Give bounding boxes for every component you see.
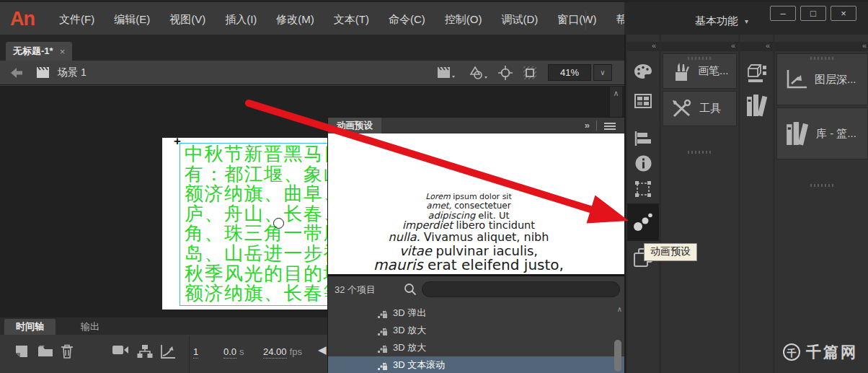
search-input[interactable] <box>422 281 620 297</box>
tab-timeline[interactable]: 时间轴 <box>4 319 56 335</box>
clip-content-icon[interactable] <box>522 65 538 81</box>
menu-modify[interactable]: 修改(M) <box>276 13 314 27</box>
collapse-dock-button[interactable]: « <box>775 42 868 51</box>
collapse-dock-button[interactable]: « <box>627 42 659 51</box>
panel-menu-icon[interactable] <box>604 123 616 124</box>
preview-line: mauris <box>373 256 423 273</box>
right-dock-sidebar: « <box>624 35 868 373</box>
document-tab-bar: 无标题-1* × <box>0 35 624 61</box>
dock-column-icons-2: « <box>740 35 773 373</box>
frame-graph-icon[interactable] <box>160 344 176 359</box>
maximize-button[interactable]: □ <box>800 6 826 21</box>
preview-line: elit. Ut <box>475 210 509 221</box>
align-icon <box>634 131 652 146</box>
document-tab[interactable]: 无标题-1* × <box>6 42 72 61</box>
animation-presets-dock-button[interactable] <box>627 203 659 241</box>
registration-crosshair: + <box>174 134 181 149</box>
menu-window[interactable]: 窗口(W) <box>557 13 596 27</box>
camera-icon[interactable] <box>112 344 129 356</box>
transform-panel-button[interactable] <box>627 180 659 198</box>
topbar-right-section: 基本功能 ▾ – □ × <box>624 2 868 37</box>
layer-depth-panel-button[interactable]: 图层深... <box>776 53 868 105</box>
preset-item-label: 3D 文本滚动 <box>393 359 445 372</box>
menu-command[interactable]: 命令(C) <box>389 13 425 27</box>
elapsed-time-field[interactable]: 0.0s <box>223 346 244 357</box>
components-panel-button[interactable] <box>740 63 773 84</box>
frame-rate-field[interactable]: 24.00fps <box>263 346 302 357</box>
color-panel-button[interactable] <box>627 63 659 79</box>
close-button[interactable]: × <box>831 6 856 21</box>
preset-item-label: 3D 弹出 <box>393 307 426 320</box>
preview-line: erat eleifend justo, <box>423 256 564 273</box>
collapse-dock-button[interactable]: « <box>740 42 773 51</box>
layer-parenting-icon[interactable] <box>137 344 153 359</box>
swatches-panel-button[interactable] <box>627 94 659 108</box>
back-arrow-icon[interactable] <box>10 67 23 79</box>
menu-debug[interactable]: 调试(D) <box>501 13 538 27</box>
center-frame-icon[interactable] <box>497 65 513 81</box>
menu-bar: An 文件(F) 编辑(E) 视图(V) 插入(I) 修改(M) 文本(T) 命… <box>0 0 868 35</box>
header-divider <box>596 120 597 131</box>
zoom-level-field[interactable]: 41% <box>548 64 591 81</box>
scene-clapper-icon <box>36 66 50 79</box>
scene-bar: 场景 1 41% ∨ <box>0 61 624 85</box>
layer-depth-icon <box>786 69 807 89</box>
watermark-logo-icon: 千 <box>783 343 800 361</box>
menu-text[interactable]: 文本(T) <box>334 13 369 27</box>
menu-insert[interactable]: 插入(I) <box>225 13 257 27</box>
new-folder-icon[interactable] <box>37 344 53 357</box>
drag-grip <box>810 57 835 60</box>
swatches-icon <box>634 94 652 108</box>
preset-item-3d-popup[interactable]: 3D 弹出 <box>328 304 624 322</box>
step-back-icon[interactable]: ◀ <box>318 343 327 356</box>
library-panel-button[interactable] <box>740 94 773 117</box>
watermark: 千 千篇网 <box>783 342 858 362</box>
panel-button-label: 图层深... <box>815 73 856 87</box>
preset-item-icon <box>377 325 388 336</box>
chevron-down-icon: ▾ <box>745 17 748 25</box>
menu-view[interactable]: 视图(V) <box>169 13 205 27</box>
collapse-dock-button[interactable]: « <box>661 42 738 51</box>
preset-item-3d-zoom-1[interactable]: 3D 放大 <box>328 322 624 339</box>
new-layer-icon[interactable] <box>14 344 29 359</box>
workspace-switcher[interactable]: 基本功能 ▾ <box>695 14 748 28</box>
tab-close-icon[interactable]: × <box>60 46 66 57</box>
delete-trash-icon[interactable] <box>61 344 74 359</box>
panel-button-label: 画笔... <box>698 64 729 78</box>
main-menu: 文件(F) 编辑(E) 视图(V) 插入(I) 修改(M) 文本(T) 命令(C… <box>59 2 652 37</box>
menu-file[interactable]: 文件(F) <box>59 13 94 27</box>
zoom-dropdown-button[interactable]: ∨ <box>593 64 612 81</box>
round-cursor <box>273 218 284 229</box>
dock-column-labeled-1: « 画笔... 工具 <box>661 35 738 373</box>
library-doc-panel-button[interactable]: 库 - 篮... <box>776 107 868 159</box>
menu-control[interactable]: 控制(O) <box>445 13 482 27</box>
stage-scrollbar-up[interactable]: ∧ <box>609 87 622 118</box>
menubar-divider <box>585 11 586 30</box>
preset-item-3d-text-scroll[interactable]: 3D 文本滚动 <box>328 356 624 373</box>
list-scrollbar-thumb[interactable] <box>614 340 621 372</box>
presets-panel-tab[interactable]: 动画预设 <box>328 118 381 133</box>
preview-line: nulla. <box>389 230 420 244</box>
brushes-panel-button[interactable]: 画笔... <box>663 53 737 89</box>
dock-column-labeled-2: « 图层深... 库 - 篮... <box>775 35 868 373</box>
edit-scene-icon[interactable] <box>437 66 456 79</box>
library-books-icon <box>786 121 809 146</box>
tools-panel-button[interactable]: 工具 <box>663 91 737 126</box>
preview-line: adipiscing <box>428 210 475 221</box>
align-panel-button[interactable] <box>627 131 659 146</box>
document-tab-title: 无标题-1* <box>13 45 53 58</box>
list-scrollbar-up[interactable]: ∧ <box>617 305 622 313</box>
info-panel-button[interactable] <box>627 155 659 172</box>
preset-item-label: 3D 放大 <box>393 324 426 337</box>
current-frame-field[interactable]: 1 <box>193 346 198 357</box>
minimize-button[interactable]: – <box>770 6 796 21</box>
components-cube-icon <box>747 63 767 84</box>
animate-app-window: An 文件(F) 编辑(E) 视图(V) 插入(I) 修改(M) 文本(T) 命… <box>0 0 868 373</box>
collapse-to-icons-icon[interactable]: » <box>585 120 590 131</box>
edit-symbols-icon[interactable] <box>469 66 489 80</box>
preset-item-3d-zoom-2[interactable]: 3D 放大 <box>328 339 624 356</box>
info-icon <box>635 155 652 172</box>
tab-output[interactable]: 输出 <box>69 319 111 335</box>
menu-edit[interactable]: 编辑(E) <box>114 13 150 27</box>
watermark-text: 千篇网 <box>806 342 858 362</box>
